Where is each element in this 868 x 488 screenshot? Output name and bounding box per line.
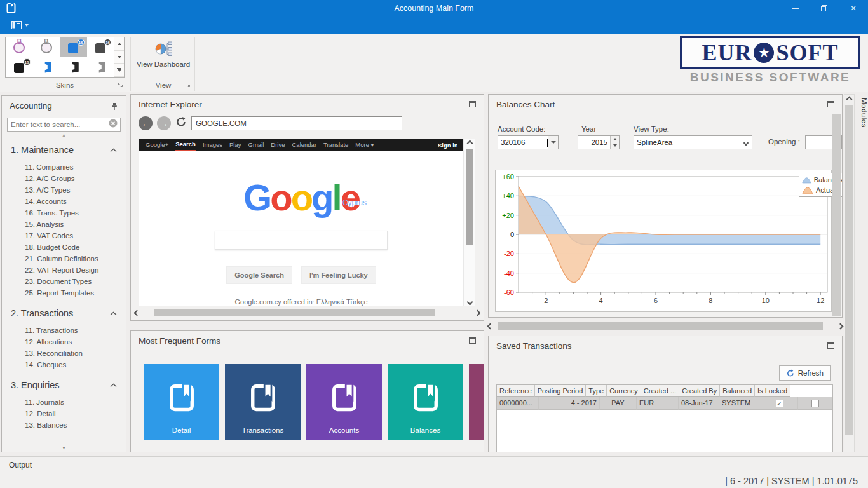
sidebar-item[interactable]: 17. VAT Codes <box>2 230 126 241</box>
refresh-button[interactable]: Refresh <box>779 365 831 381</box>
scroll-thumb[interactable] <box>498 322 823 330</box>
pin-icon[interactable] <box>111 102 118 109</box>
form-tile[interactable]: Balances <box>388 364 463 440</box>
google-nav-link[interactable]: Drive <box>271 139 285 151</box>
maximize-icon[interactable] <box>827 101 834 107</box>
google-search-input[interactable] <box>215 231 388 250</box>
sidebar-scroll-down-icon[interactable]: ▼ <box>2 445 126 451</box>
skin-item[interactable] <box>60 57 87 77</box>
scroll-left-icon[interactable] <box>134 309 140 316</box>
maximize-icon[interactable] <box>469 337 476 344</box>
close-button[interactable]: ✕ <box>839 0 868 17</box>
maximize-icon[interactable] <box>469 101 476 107</box>
sidebar-item[interactable]: 16. Trans. Types <box>2 207 126 219</box>
skin-item[interactable] <box>87 57 114 77</box>
combo-dropdown-icon[interactable] <box>548 136 558 149</box>
column-header[interactable]: Is Locked <box>755 385 790 397</box>
skin-item[interactable]: B <box>6 37 33 57</box>
balanced-checkbox[interactable]: ✓ <box>776 400 783 407</box>
sidebar-item[interactable]: 11. Companies <box>2 161 126 173</box>
sidebar-item[interactable]: 13. Reconciliation <box>2 348 126 359</box>
form-tile[interactable] <box>469 364 484 440</box>
scroll-thumb[interactable] <box>154 309 435 316</box>
refresh-button[interactable] <box>175 116 187 130</box>
year-spinner[interactable]: 2015 <box>578 135 620 149</box>
scroll-up-icon[interactable] <box>846 97 853 103</box>
google-nav-link[interactable]: Images <box>203 139 222 151</box>
skin-item[interactable]: B <box>33 37 60 57</box>
forward-button[interactable]: → <box>157 116 171 130</box>
view-type-select[interactable]: SplineArea <box>634 135 752 149</box>
sidebar-item[interactable]: 14. Accounts <box>2 196 126 207</box>
sidebar-section-header[interactable]: 3. Enquiries <box>2 374 126 394</box>
is-locked-checkbox[interactable] <box>811 400 819 407</box>
skins-dialog-launcher[interactable] <box>118 81 123 89</box>
google-nav-link[interactable]: Calendar <box>292 139 317 151</box>
account-code-combo[interactable]: 320106 <box>498 135 559 149</box>
scroll-left-icon[interactable] <box>487 323 494 329</box>
scroll-up-icon[interactable] <box>466 140 473 147</box>
sidebar-item[interactable]: 23. Document Types <box>2 276 126 287</box>
scroll-thumb[interactable] <box>845 105 853 435</box>
sidebar-section-header[interactable]: 2. Transactions <box>2 302 126 322</box>
maximize-icon[interactable] <box>827 342 834 349</box>
scroll-right-icon[interactable] <box>475 309 481 316</box>
form-tile[interactable]: Transactions <box>225 364 301 440</box>
form-tile[interactable]: Accounts <box>306 364 382 440</box>
ie-horizontal-scrollbar[interactable] <box>135 307 480 318</box>
column-header[interactable]: Type <box>586 385 607 397</box>
sidebar-item[interactable]: 14. Cheques <box>2 359 126 370</box>
sidebar-section-header[interactable]: 1. Maintenance <box>2 139 126 159</box>
back-button[interactable]: ← <box>139 116 153 130</box>
skin-item[interactable]: 16 <box>87 37 114 57</box>
gallery-expand[interactable] <box>114 64 124 77</box>
chart-horizontal-scrollbar[interactable] <box>488 320 843 332</box>
sidebar-item[interactable]: 21. Column Definitions <box>2 253 126 264</box>
gallery-scroll-down[interactable] <box>114 51 124 64</box>
column-header[interactable]: Posting Period <box>535 385 587 397</box>
sidebar-item[interactable]: 12. A/C Groups <box>2 173 126 184</box>
restore-button[interactable] <box>810 0 839 17</box>
column-header[interactable]: Reference <box>497 385 535 397</box>
google-nav-link[interactable]: Translate <box>323 139 348 151</box>
skin-item[interactable]: 16 <box>6 57 33 77</box>
sidebar-item[interactable]: 11. Transactions <box>2 325 126 336</box>
modules-tab[interactable]: Modules <box>856 95 868 222</box>
sidebar-item[interactable]: 18. Budget Code <box>2 241 126 253</box>
sidebar-item[interactable]: 15. Analysis <box>2 219 126 230</box>
table-row[interactable]: 0000000... 4 - 2017 PAY EUR 08-Jun-17 SY… <box>497 397 832 410</box>
browser-vertical-scrollbar[interactable] <box>463 139 475 306</box>
sidebar-item[interactable]: 13. Balances <box>2 419 126 431</box>
scroll-thumb[interactable] <box>466 149 473 245</box>
sidebar-item[interactable]: 25. Report Templates <box>2 287 126 299</box>
main-vertical-scrollbar[interactable] <box>844 94 855 452</box>
sidebar-item[interactable]: 11. Journals <box>2 396 126 408</box>
scroll-right-icon[interactable] <box>837 323 844 329</box>
skin-item[interactable] <box>33 57 60 77</box>
clear-search-icon[interactable] <box>109 119 118 130</box>
form-tile[interactable]: Detail <box>144 364 219 440</box>
gallery-scroll-up[interactable] <box>114 37 124 51</box>
spinner-buttons[interactable] <box>610 136 619 149</box>
column-header[interactable]: Currency <box>607 385 641 397</box>
skin-item[interactable]: 16 <box>60 37 87 57</box>
google-nav-link[interactable]: Play <box>229 139 241 151</box>
google-nav-link[interactable]: More ▾ <box>355 139 374 151</box>
view-dashboard-button[interactable]: View Dashboard <box>135 37 192 78</box>
google-nav-link[interactable]: Gmail <box>248 139 264 151</box>
sidebar-item[interactable]: 12. Detail <box>2 408 126 419</box>
column-header[interactable]: Created By <box>679 385 720 397</box>
scroll-down-icon[interactable] <box>466 299 473 306</box>
sidebar-item[interactable]: 13. A/C Types <box>2 184 126 196</box>
url-input[interactable] <box>191 116 402 130</box>
column-header[interactable]: Balanced <box>720 385 755 397</box>
sidebar-item[interactable]: 22. VAT Report Design <box>2 264 126 276</box>
google-nav-link[interactable]: Search <box>175 139 196 151</box>
sign-in-link[interactable]: Sign in <box>438 142 457 149</box>
chart-panel-vertical-scrollbar[interactable] <box>832 114 841 316</box>
google-search-button[interactable]: Google Search <box>226 266 292 284</box>
minimize-button[interactable] <box>780 0 810 17</box>
sidebar-item[interactable]: 12. Allocations <box>2 336 126 348</box>
search-input[interactable] <box>11 121 109 128</box>
column-header[interactable]: Created ... <box>641 385 679 397</box>
